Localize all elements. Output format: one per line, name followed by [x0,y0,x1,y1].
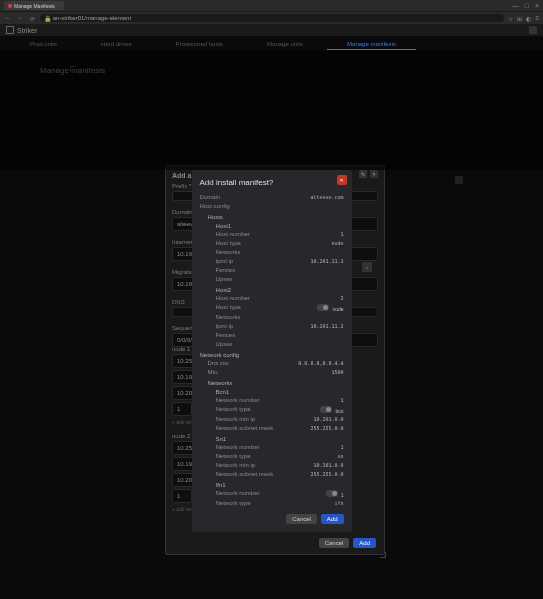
url-text: an-striker01/manage-element [53,15,131,21]
hosts-heading: Hosts [200,214,344,220]
bcn-mask-k: Network subnet mask [216,425,274,432]
ifn-num-toggle[interactable] [326,490,338,497]
host2-heading: Host2 [200,287,344,293]
minimize-icon[interactable]: — [512,2,519,9]
sn1-heading: Sn1 [200,436,344,442]
app-menu-icon[interactable] [529,26,537,34]
sn-num-k: Network number [216,444,260,451]
modal-title: Add install manifest? [200,178,344,187]
hostconfig-key: Host config [200,203,230,210]
bcn-mask-v: 255.255.0.0 [310,425,343,432]
domain-value: alteeve.com [310,194,343,201]
panel-add-button[interactable]: Add [353,538,376,548]
h2-type-toggle[interactable] [317,304,329,311]
h2-fences-k: Fences [216,332,236,339]
ifn1-heading: Ifn1 [200,482,344,488]
modal-cancel-button[interactable]: Cancel [286,514,317,524]
h2-num-k: Host number [216,295,250,302]
mtu-v: 1500 [331,369,343,376]
forward-icon[interactable]: → [16,15,24,21]
logo-icon [6,26,14,34]
tab-manage-manifests[interactable]: Manage manifests [327,39,416,50]
ifn-type-v: ifn [334,500,343,507]
h1-type-k: Host type [216,240,241,247]
domain-key: Domain [200,194,221,201]
bcn-minip-v: 10.201.0.0 [313,416,343,423]
h1-upses-k: Upses [216,276,233,283]
sn-minip-k: Network min ip [216,462,256,469]
sn-type-v: sn [337,453,343,460]
node1-count[interactable]: 1 [172,402,192,416]
browser-tab[interactable]: Manage Manifests [4,1,64,10]
extensions-icon[interactable]: ⊞ [517,15,522,22]
maximize-icon[interactable]: □ [525,2,529,9]
close-icon[interactable]: × [535,2,539,9]
bcn-minip-k: Network min ip [216,416,256,423]
h2-net-k: Networks [216,314,241,321]
sn-mask-k: Network subnet mask [216,471,274,478]
modal-close-button[interactable]: × [337,175,347,185]
h2-num-v: 2 [340,295,343,302]
back-icon[interactable]: ← [4,15,12,21]
bcn-num-v: 1 [340,397,343,404]
edit-icon[interactable]: ✎ [359,170,367,178]
h1-net-k: Networks [216,249,241,256]
h1-ipmi-v: 10.201.11.1 [310,258,343,265]
modal-backdrop: × Add install manifest? Domainalteeve.co… [0,50,543,170]
h1-num-k: Host number [216,231,250,238]
dnscsv-v: 8.8.8.8,8.8.4.4 [298,360,343,367]
corner-decoration [380,552,386,558]
sn-type-k: Network type [216,453,251,460]
url-field[interactable]: 🔒 an-striker01/manage-element [40,14,504,22]
ifn-num-k: Network number [216,490,260,498]
h1-num-v: 1 [340,231,343,238]
profile-icon[interactable]: ◐ [526,15,531,22]
tab-title: Manage Manifests [14,3,55,9]
node2-count[interactable]: 1 [172,489,192,503]
h2-ipmi-v: 10.201.11.2 [310,323,343,330]
sn-minip-v: 10.101.0.0 [313,462,343,469]
menu-icon[interactable]: ≡ [535,15,539,22]
dnscsv-k: Dns csv [208,360,229,367]
ifn-type-k: Network type [216,500,251,507]
tab-favicon [8,4,12,8]
lock-icon: 🔒 [44,15,51,22]
confirm-modal: × Add install manifest? Domainalteeve.co… [192,170,352,532]
h2-type-v: node [332,306,343,312]
close-icon[interactable]: × [370,170,378,178]
panel-cancel-button[interactable]: Cancel [319,538,350,548]
bcn1-heading: Bcn1 [200,389,344,395]
h2-ipmi-k: Ipmi ip [216,323,234,330]
tab-manage-units[interactable]: Manage units [247,39,323,50]
sn-mask-v: 255.255.0.0 [310,471,343,478]
tab-hard-drives[interactable]: Hard drives [81,39,152,50]
h1-ipmi-k: Ipmi ip [216,258,234,265]
host1-heading: Host1 [200,223,344,229]
bcn-type-v: bcn [335,408,343,414]
add-icon[interactable] [455,176,463,184]
sn-num-v: 1 [340,444,343,451]
modal-add-button[interactable]: Add [321,514,344,524]
ifn-num-v: 1 [341,492,344,498]
tab-provisioned-hosts[interactable]: Provisioned hosts [156,39,243,50]
bcn-type-k: Network type [216,406,251,414]
app-logo[interactable]: Striker [6,26,37,34]
networks-heading: Networks [200,380,344,386]
expand-arrow-icon[interactable]: › [362,262,372,272]
bcn-type-toggle[interactable] [320,406,332,413]
h2-upses-k: Upses [216,341,233,348]
h2-type-k: Host type [216,304,241,312]
h1-fences-k: Fences [216,267,236,274]
window-buttons: — □ × [512,2,539,9]
tab-prod-units[interactable]: Prod units [10,39,77,50]
h1-type-v: node [331,240,343,247]
bcn-num-k: Network number [216,397,260,404]
mtu-k: Mtu [208,369,218,376]
netconfig-heading: Network config [200,352,344,358]
favorite-icon[interactable]: ☆ [508,15,513,22]
reload-icon[interactable]: ⟳ [28,15,36,22]
app-name: Striker [17,27,37,34]
